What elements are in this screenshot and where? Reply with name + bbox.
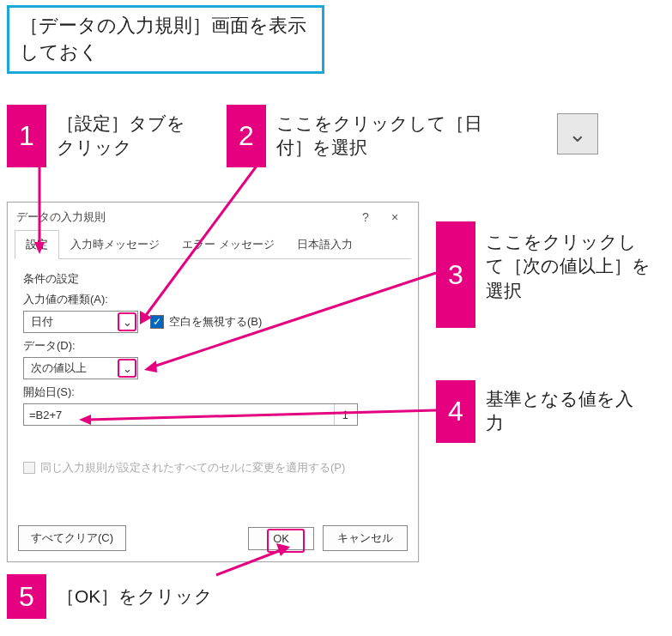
apply-label: 同じ入力規則が設定されたすべてのセルに変更を適用する(P) (40, 460, 345, 475)
instruction-box: ［データの入力規則］画面を表示しておく (7, 5, 324, 74)
ignore-blank-label: 空白を無視する(B) (169, 314, 262, 330)
apply-to-all-row: 同じ入力規則が設定されたすべてのセルに変更を適用する(P) (23, 460, 403, 475)
range-picker-icon[interactable]: ↥ (334, 404, 356, 425)
tab-error-alert[interactable]: エラー メッセージ (171, 230, 286, 259)
callout-text: ここをクリックして［次の値以上］を選択 (475, 221, 661, 328)
callout-text: ［設定］タブをクリック (46, 105, 211, 167)
callout-text: ［OK］をクリック (46, 574, 239, 619)
chevron-down-icon[interactable]: ⌄ (118, 359, 136, 378)
callout-1: 1 ［設定］タブをクリック (7, 105, 211, 167)
callout-text: 基準となる値を入力 (475, 380, 661, 443)
callout-number: 5 (7, 574, 46, 619)
dialog-body: 条件の設定 入力値の種類(A): 日付 ⌄ ✓ 空白を無視する(B) データ(D… (8, 259, 418, 491)
ignore-blank-checkbox[interactable]: ✓ 空白を無視する(B) (150, 311, 262, 333)
ok-button[interactable]: OK (248, 527, 314, 550)
chevron-down-icon[interactable]: ⌄ (118, 312, 136, 331)
checkmark-icon: ✓ (150, 315, 164, 329)
dialog-button-row: すべてクリア(C) OK キャンセル (18, 525, 408, 551)
callout-number: 2 (227, 105, 266, 167)
dialog-tabs: 設定 入力時メッセージ エラー メッセージ 日本語入力 (15, 230, 411, 259)
start-date-input[interactable]: =B2+7 ↥ (23, 403, 358, 426)
callout-number: 1 (7, 105, 46, 167)
help-button[interactable]: ? (351, 210, 380, 224)
allow-label: 入力値の種類(A): (23, 292, 403, 307)
tab-input-message[interactable]: 入力時メッセージ (59, 230, 171, 259)
data-value: 次の値以上 (24, 360, 117, 376)
allow-select[interactable]: 日付 ⌄ (23, 311, 138, 333)
start-date-value: =B2+7 (24, 409, 333, 421)
callout-5: 5 ［OK］をクリック (7, 574, 239, 619)
dropdown-chevron-sample: ⌄ (557, 113, 598, 154)
criteria-section-label: 条件の設定 (23, 271, 403, 287)
data-label: データ(D): (23, 338, 403, 354)
dialog-titlebar: データの入力規則 ? × (8, 203, 418, 230)
close-button[interactable]: × (380, 210, 409, 224)
start-date-label: 開始日(S): (23, 385, 403, 400)
callout-number: 4 (436, 380, 475, 443)
cancel-button[interactable]: キャンセル (323, 525, 408, 551)
data-select[interactable]: 次の値以上 ⌄ (23, 357, 138, 379)
clear-all-button[interactable]: すべてクリア(C) (18, 525, 126, 551)
callout-3: 3 ここをクリックして［次の値以上］を選択 (436, 221, 661, 328)
dialog-title-text: データの入力規則 (16, 209, 351, 225)
tab-ime-mode[interactable]: 日本語入力 (286, 230, 364, 259)
callout-2: 2 ここをクリックして［日付］を選択 (227, 105, 501, 167)
data-validation-dialog: データの入力規則 ? × 設定 入力時メッセージ エラー メッセージ 日本語入力… (7, 202, 419, 562)
callout-text: ここをクリックして［日付］を選択 (266, 105, 501, 167)
tab-settings[interactable]: 設定 (15, 230, 59, 259)
instruction-text: ［データの入力規則］画面を表示しておく (20, 15, 306, 63)
apply-checkbox[interactable] (23, 462, 35, 474)
callout-4: 4 基準となる値を入力 (436, 380, 661, 443)
chevron-down-icon: ⌄ (568, 121, 587, 148)
allow-value: 日付 (24, 314, 117, 330)
callout-number: 3 (436, 221, 475, 328)
